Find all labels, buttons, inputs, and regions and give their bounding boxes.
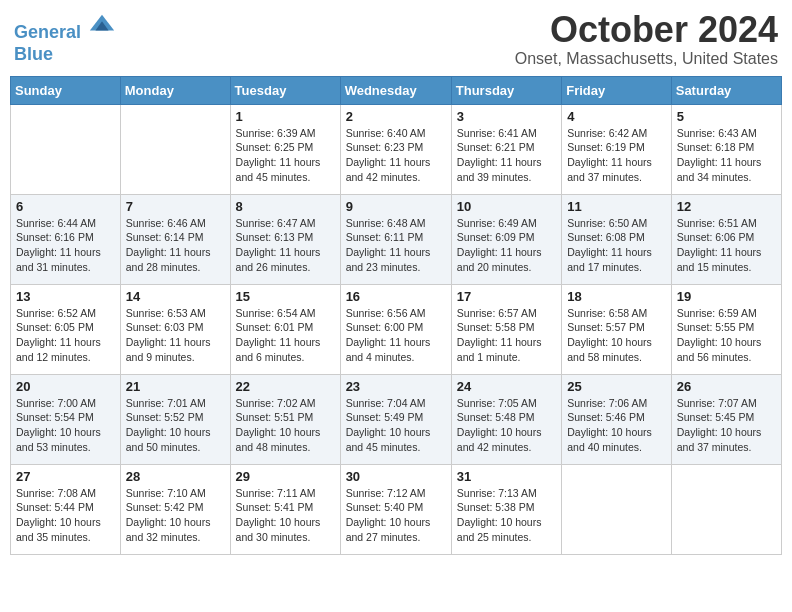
day-number: 29: [236, 469, 335, 484]
calendar-cell: 24Sunrise: 7:05 AM Sunset: 5:48 PM Dayli…: [451, 374, 561, 464]
calendar-cell: 2Sunrise: 6:40 AM Sunset: 6:23 PM Daylig…: [340, 104, 451, 194]
day-number: 31: [457, 469, 556, 484]
day-number: 27: [16, 469, 115, 484]
day-number: 13: [16, 289, 115, 304]
week-row-1: 1Sunrise: 6:39 AM Sunset: 6:25 PM Daylig…: [11, 104, 782, 194]
calendar-cell: 17Sunrise: 6:57 AM Sunset: 5:58 PM Dayli…: [451, 284, 561, 374]
day-info: Sunrise: 7:06 AM Sunset: 5:46 PM Dayligh…: [567, 396, 666, 455]
logo-text: General: [14, 10, 116, 44]
day-number: 22: [236, 379, 335, 394]
calendar-cell: 3Sunrise: 6:41 AM Sunset: 6:21 PM Daylig…: [451, 104, 561, 194]
day-info: Sunrise: 7:13 AM Sunset: 5:38 PM Dayligh…: [457, 486, 556, 545]
calendar-cell: 16Sunrise: 6:56 AM Sunset: 6:00 PM Dayli…: [340, 284, 451, 374]
calendar-table: SundayMondayTuesdayWednesdayThursdayFrid…: [10, 76, 782, 555]
day-info: Sunrise: 7:07 AM Sunset: 5:45 PM Dayligh…: [677, 396, 776, 455]
logo-text-blue: Blue: [14, 44, 116, 66]
day-info: Sunrise: 6:40 AM Sunset: 6:23 PM Dayligh…: [346, 126, 446, 185]
day-number: 2: [346, 109, 446, 124]
calendar-cell: 22Sunrise: 7:02 AM Sunset: 5:51 PM Dayli…: [230, 374, 340, 464]
page-header: General Blue October 2024 Onset, Massach…: [10, 10, 782, 68]
day-number: 23: [346, 379, 446, 394]
day-info: Sunrise: 7:10 AM Sunset: 5:42 PM Dayligh…: [126, 486, 225, 545]
day-info: Sunrise: 6:49 AM Sunset: 6:09 PM Dayligh…: [457, 216, 556, 275]
day-number: 12: [677, 199, 776, 214]
day-number: 24: [457, 379, 556, 394]
calendar-cell: 8Sunrise: 6:47 AM Sunset: 6:13 PM Daylig…: [230, 194, 340, 284]
logo-icon: [88, 10, 116, 38]
calendar-cell: 7Sunrise: 6:46 AM Sunset: 6:14 PM Daylig…: [120, 194, 230, 284]
week-row-2: 6Sunrise: 6:44 AM Sunset: 6:16 PM Daylig…: [11, 194, 782, 284]
day-number: 1: [236, 109, 335, 124]
calendar-cell: 19Sunrise: 6:59 AM Sunset: 5:55 PM Dayli…: [671, 284, 781, 374]
calendar-cell: [562, 464, 672, 554]
day-info: Sunrise: 6:43 AM Sunset: 6:18 PM Dayligh…: [677, 126, 776, 185]
day-info: Sunrise: 6:42 AM Sunset: 6:19 PM Dayligh…: [567, 126, 666, 185]
calendar-cell: 28Sunrise: 7:10 AM Sunset: 5:42 PM Dayli…: [120, 464, 230, 554]
weekday-header-tuesday: Tuesday: [230, 76, 340, 104]
calendar-cell: 25Sunrise: 7:06 AM Sunset: 5:46 PM Dayli…: [562, 374, 672, 464]
day-info: Sunrise: 6:53 AM Sunset: 6:03 PM Dayligh…: [126, 306, 225, 365]
calendar-cell: 14Sunrise: 6:53 AM Sunset: 6:03 PM Dayli…: [120, 284, 230, 374]
calendar-cell: 5Sunrise: 6:43 AM Sunset: 6:18 PM Daylig…: [671, 104, 781, 194]
weekday-header-sunday: Sunday: [11, 76, 121, 104]
day-info: Sunrise: 7:12 AM Sunset: 5:40 PM Dayligh…: [346, 486, 446, 545]
week-row-5: 27Sunrise: 7:08 AM Sunset: 5:44 PM Dayli…: [11, 464, 782, 554]
title-block: October 2024 Onset, Massachusetts, Unite…: [515, 10, 778, 68]
location-subtitle: Onset, Massachusetts, United States: [515, 50, 778, 68]
calendar-cell: 21Sunrise: 7:01 AM Sunset: 5:52 PM Dayli…: [120, 374, 230, 464]
day-info: Sunrise: 6:57 AM Sunset: 5:58 PM Dayligh…: [457, 306, 556, 365]
day-number: 17: [457, 289, 556, 304]
calendar-cell: 9Sunrise: 6:48 AM Sunset: 6:11 PM Daylig…: [340, 194, 451, 284]
day-number: 16: [346, 289, 446, 304]
day-number: 19: [677, 289, 776, 304]
day-number: 6: [16, 199, 115, 214]
day-number: 28: [126, 469, 225, 484]
day-number: 5: [677, 109, 776, 124]
day-info: Sunrise: 6:44 AM Sunset: 6:16 PM Dayligh…: [16, 216, 115, 275]
day-info: Sunrise: 6:52 AM Sunset: 6:05 PM Dayligh…: [16, 306, 115, 365]
weekday-header-friday: Friday: [562, 76, 672, 104]
day-info: Sunrise: 6:59 AM Sunset: 5:55 PM Dayligh…: [677, 306, 776, 365]
calendar-cell: 23Sunrise: 7:04 AM Sunset: 5:49 PM Dayli…: [340, 374, 451, 464]
day-info: Sunrise: 6:56 AM Sunset: 6:00 PM Dayligh…: [346, 306, 446, 365]
calendar-cell: 10Sunrise: 6:49 AM Sunset: 6:09 PM Dayli…: [451, 194, 561, 284]
calendar-cell: 12Sunrise: 6:51 AM Sunset: 6:06 PM Dayli…: [671, 194, 781, 284]
day-number: 14: [126, 289, 225, 304]
day-info: Sunrise: 6:46 AM Sunset: 6:14 PM Dayligh…: [126, 216, 225, 275]
day-number: 9: [346, 199, 446, 214]
day-info: Sunrise: 7:00 AM Sunset: 5:54 PM Dayligh…: [16, 396, 115, 455]
weekday-header-thursday: Thursday: [451, 76, 561, 104]
day-number: 18: [567, 289, 666, 304]
calendar-header: SundayMondayTuesdayWednesdayThursdayFrid…: [11, 76, 782, 104]
day-number: 20: [16, 379, 115, 394]
calendar-body: 1Sunrise: 6:39 AM Sunset: 6:25 PM Daylig…: [11, 104, 782, 554]
calendar-cell: 29Sunrise: 7:11 AM Sunset: 5:41 PM Dayli…: [230, 464, 340, 554]
weekday-header-saturday: Saturday: [671, 76, 781, 104]
calendar-cell: 18Sunrise: 6:58 AM Sunset: 5:57 PM Dayli…: [562, 284, 672, 374]
day-info: Sunrise: 6:47 AM Sunset: 6:13 PM Dayligh…: [236, 216, 335, 275]
week-row-4: 20Sunrise: 7:00 AM Sunset: 5:54 PM Dayli…: [11, 374, 782, 464]
day-number: 26: [677, 379, 776, 394]
weekday-header-row: SundayMondayTuesdayWednesdayThursdayFrid…: [11, 76, 782, 104]
day-number: 15: [236, 289, 335, 304]
day-info: Sunrise: 6:41 AM Sunset: 6:21 PM Dayligh…: [457, 126, 556, 185]
day-number: 10: [457, 199, 556, 214]
calendar-cell: 15Sunrise: 6:54 AM Sunset: 6:01 PM Dayli…: [230, 284, 340, 374]
day-info: Sunrise: 6:48 AM Sunset: 6:11 PM Dayligh…: [346, 216, 446, 275]
day-info: Sunrise: 7:01 AM Sunset: 5:52 PM Dayligh…: [126, 396, 225, 455]
month-title: October 2024: [515, 10, 778, 50]
calendar-cell: 30Sunrise: 7:12 AM Sunset: 5:40 PM Dayli…: [340, 464, 451, 554]
calendar-cell: [11, 104, 121, 194]
day-number: 21: [126, 379, 225, 394]
day-number: 25: [567, 379, 666, 394]
calendar-cell: 20Sunrise: 7:00 AM Sunset: 5:54 PM Dayli…: [11, 374, 121, 464]
day-info: Sunrise: 6:58 AM Sunset: 5:57 PM Dayligh…: [567, 306, 666, 365]
day-number: 8: [236, 199, 335, 214]
calendar-cell: 31Sunrise: 7:13 AM Sunset: 5:38 PM Dayli…: [451, 464, 561, 554]
day-info: Sunrise: 6:50 AM Sunset: 6:08 PM Dayligh…: [567, 216, 666, 275]
calendar-cell: 11Sunrise: 6:50 AM Sunset: 6:08 PM Dayli…: [562, 194, 672, 284]
day-info: Sunrise: 6:39 AM Sunset: 6:25 PM Dayligh…: [236, 126, 335, 185]
day-info: Sunrise: 7:04 AM Sunset: 5:49 PM Dayligh…: [346, 396, 446, 455]
weekday-header-monday: Monday: [120, 76, 230, 104]
day-info: Sunrise: 7:08 AM Sunset: 5:44 PM Dayligh…: [16, 486, 115, 545]
